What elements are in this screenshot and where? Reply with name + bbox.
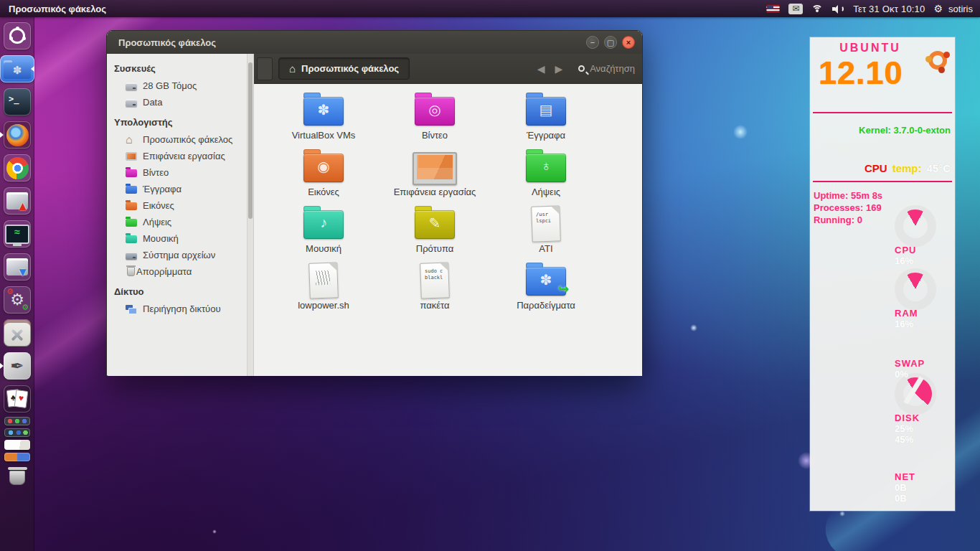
- breadcrumb-label: Προσωπικός φάκελος: [301, 63, 399, 74]
- window-close-button[interactable]: ×: [622, 36, 635, 49]
- conky-version: 12.10: [819, 55, 903, 92]
- file-videos[interactable]: ◎ Βίντεο: [381, 90, 489, 147]
- file-item-label: Εικόνες: [308, 187, 339, 197]
- file-item-icon: ♪: [320, 204, 327, 242]
- panel-clock[interactable]: Τετ 31 Οκτ 10:10: [853, 4, 925, 14]
- file-item-label: Βίντεο: [422, 130, 448, 141]
- window-buttons: − ▢ ×: [586, 36, 642, 49]
- launcher-system-settings[interactable]: [0, 316, 34, 349]
- ubuntu-logo-icon: [926, 49, 949, 72]
- file-pictures[interactable]: ◉ Εικόνες: [270, 147, 377, 204]
- sidebar-header-devices: Συσκευές: [107, 57, 253, 77]
- file-virtualbox-vms[interactable]: ✽ VirtualBox VMs: [270, 90, 377, 147]
- file-downloads[interactable]: ♁ Λήψεις: [492, 147, 600, 204]
- launcher-software-center[interactable]: ⚙: [0, 283, 34, 316]
- search-field[interactable]: Αναζήτηση: [578, 63, 635, 74]
- file-glyph: ◉: [317, 158, 329, 175]
- launcher-item-icon: [4, 464, 31, 487]
- conky-kernel: Kernel: 3.7.0-0-exton: [859, 125, 951, 136]
- sidebar-item-label: Περιήγηση δικτύου: [143, 303, 221, 314]
- launcher-item-icon: [4, 154, 31, 182]
- sidebar-scrollbar-thumb[interactable]: [248, 62, 253, 219]
- sidebar-item-music[interactable]: Μουσική: [107, 230, 253, 247]
- conky-processes: Processes: 169: [814, 202, 882, 214]
- sidebar-item-label: Προσωπικός φάκελος: [143, 134, 232, 145]
- file-item-icon: sudo c blackl: [425, 260, 445, 298]
- window-maximize-button[interactable]: ▢: [604, 36, 617, 49]
- window-titlebar[interactable]: Προσωπικός φάκελος − ▢ ×: [107, 31, 642, 54]
- launcher-update-manager[interactable]: ▲: [0, 184, 34, 217]
- sidebar-item-trash[interactable]: Απορρίμματα: [107, 263, 253, 280]
- launcher-files[interactable]: [0, 52, 34, 85]
- launcher-item-icon: >_: [4, 88, 31, 116]
- window-minimize-button[interactable]: −: [586, 36, 599, 49]
- launcher-package-installer[interactable]: ▼: [0, 250, 34, 283]
- forward-button[interactable]: [555, 63, 562, 75]
- file-packages[interactable]: sudo c blackl πακέτα: [381, 260, 489, 317]
- panel-username[interactable]: sotiris: [948, 4, 973, 14]
- window-title: Προσωπικός φάκελος: [118, 37, 216, 48]
- sidebar-item-pictures[interactable]: Εικόνες: [107, 197, 253, 214]
- sidebar-item-downloads[interactable]: Λήψεις: [107, 214, 253, 230]
- unity-launcher: >_ ▲ ≈: [0, 17, 34, 551]
- file-templates[interactable]: ✎ Πρότυπα: [381, 204, 489, 260]
- launcher-item-glyph: ✒: [10, 357, 24, 376]
- wallpaper-bokeh: [690, 324, 697, 331]
- wifi-icon[interactable]: [811, 4, 824, 14]
- launcher-dash-home[interactable]: [0, 19, 34, 52]
- breadcrumb-home-button[interactable]: ⌂ Προσωπικός φάκελος: [278, 57, 410, 80]
- launcher-stacked-3[interactable]: [0, 438, 34, 451]
- gauge-wedge-icon: [899, 209, 932, 242]
- launcher-firefox[interactable]: [0, 118, 34, 151]
- file-item-label: Πρότυπα: [416, 243, 453, 254]
- file-item-icon: ✽ ↪: [540, 260, 552, 298]
- wallpaper-bokeh: [733, 125, 748, 139]
- sidebar-item-icon: [126, 99, 137, 107]
- sidebar-item-desktop[interactable]: Επιφάνεια εργασίας: [107, 148, 253, 164]
- sidebar-item-label: 28 GB Τόμος: [143, 80, 197, 91]
- launcher-stacked-2[interactable]: [0, 427, 34, 438]
- conky-divider: [813, 112, 952, 113]
- file-documents[interactable]: ▤ Έγγραφα: [492, 90, 600, 147]
- launcher-terminal[interactable]: >_: [0, 85, 34, 118]
- sidebar-item-network-browse[interactable]: Περιήγηση δικτύου: [107, 301, 253, 317]
- sidebar-item-videos[interactable]: Βίντεο: [107, 164, 253, 181]
- file-item-icon: ✽: [318, 90, 330, 128]
- file-manager-window: Προσωπικός φάκελος − ▢ × Συσκευές: [106, 30, 643, 376]
- sidebar-item-28gb-volume[interactable]: 28 GB Τόμος: [107, 77, 253, 94]
- back-button[interactable]: [537, 63, 545, 75]
- volume-icon[interactable]: [832, 4, 844, 14]
- file-examples[interactable]: ✽ ↪ Παραδείγματα: [492, 260, 600, 317]
- launcher-stacked-1[interactable]: [0, 415, 34, 427]
- launcher-chromium[interactable]: [0, 151, 34, 184]
- sidebar-item-label: Υπολογιστής: [114, 117, 172, 128]
- symlink-arrow-icon: ↪: [558, 281, 569, 297]
- file-desktop[interactable]: Επιφάνεια εργασίας: [381, 147, 489, 204]
- file-music[interactable]: ♪ Μουσική: [270, 204, 377, 260]
- sidebar-item-label: Επιφάνεια εργασίας: [143, 151, 225, 161]
- toolbar-toggle-button[interactable]: [257, 57, 273, 80]
- launcher-cards-game[interactable]: [0, 382, 34, 415]
- sidebar-item-label: Έγγραφα: [143, 184, 182, 194]
- sidebar-item-documents[interactable]: Έγγραφα: [107, 181, 253, 197]
- file-item-label: ATI: [539, 243, 552, 254]
- sidebar-scrollbar-track[interactable]: [247, 54, 253, 376]
- file-glyph: ◎: [428, 101, 440, 118]
- file-lowpower-sh[interactable]: lowpower.sh: [270, 260, 377, 317]
- file-item-label: Λήψεις: [532, 187, 560, 197]
- sidebar-item-filesystem[interactable]: Σύστημα αρχείων: [107, 247, 253, 263]
- file-ati[interactable]: /usr lspci ATI: [492, 204, 600, 260]
- keyboard-us-flag-icon[interactable]: [766, 1, 780, 16]
- launcher-system-monitor[interactable]: ≈: [0, 217, 34, 250]
- sidebar-item-data[interactable]: Data: [107, 94, 253, 110]
- sidebar-item-icon: [126, 202, 137, 210]
- search-placeholder: Αναζήτηση: [590, 63, 635, 74]
- sidebar-item-icon: [126, 219, 137, 227]
- mail-icon[interactable]: ✉: [788, 4, 803, 14]
- launcher-trash[interactable]: [0, 463, 34, 489]
- launcher-item-icon: ⚙: [4, 286, 31, 314]
- launcher-pen-tool[interactable]: ✒: [0, 349, 34, 382]
- sidebar-item-home[interactable]: Προσωπικός φάκελος: [107, 131, 253, 148]
- session-gear-icon[interactable]: ⚙: [933, 3, 943, 14]
- launcher-stacked-4[interactable]: [0, 451, 34, 463]
